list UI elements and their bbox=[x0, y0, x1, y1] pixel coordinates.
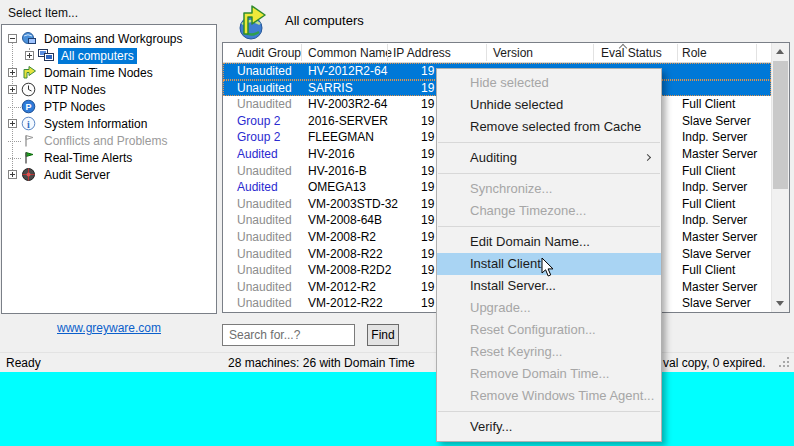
ptp-icon: P bbox=[21, 99, 37, 114]
tree-item-ntp-nodes[interactable]: NTP Nodes bbox=[2, 81, 216, 98]
column-divider[interactable] bbox=[593, 44, 594, 61]
find-button[interactable]: Find bbox=[367, 324, 399, 346]
scroll-down-button[interactable] bbox=[772, 295, 789, 312]
tree-connector bbox=[8, 107, 21, 108]
cell-ip-address: 19 bbox=[421, 179, 434, 196]
status-bar: Ready 28 machines: 26 with Domain Time v… bbox=[0, 352, 794, 372]
menu-item-remove-domain-time: Remove Domain Time... bbox=[437, 363, 661, 385]
cell-common-name: VM-2008-R22 bbox=[308, 246, 383, 263]
cell-audit-group: Unaudited bbox=[237, 262, 292, 279]
column-divider[interactable] bbox=[486, 44, 487, 61]
tree-item-domain-time-nodes[interactable]: Domain Time Nodes bbox=[2, 64, 216, 81]
desktop-background bbox=[0, 372, 794, 446]
cell-role: Indp. Server bbox=[682, 129, 747, 146]
status-machines: 28 machines: 26 with Domain Time bbox=[228, 356, 415, 370]
cell-audit-group: Unaudited bbox=[237, 212, 292, 229]
cell-role: Full Client bbox=[682, 262, 735, 279]
cell-common-name: VM-2012-R22 bbox=[308, 295, 383, 312]
scroll-up-button[interactable] bbox=[772, 43, 789, 60]
cell-audit-group: Group 2 bbox=[237, 129, 280, 146]
tree-item-label: PTP Nodes bbox=[41, 99, 108, 115]
vertical-scrollbar[interactable] bbox=[771, 43, 789, 312]
menu-separator bbox=[438, 411, 660, 412]
cell-role: Full Client bbox=[682, 96, 735, 113]
menu-item-remove-windows-time-agent: Remove Windows Time Agent... bbox=[437, 385, 661, 407]
tree-item-system-information[interactable]: iSystem Information bbox=[2, 115, 216, 132]
cell-ip-address: 19 bbox=[421, 196, 434, 213]
expand-icon[interactable] bbox=[25, 51, 34, 60]
table-header: Audit GroupCommon NameIP AddressVersionE… bbox=[223, 43, 789, 63]
search-input[interactable] bbox=[222, 324, 355, 346]
tree-item-real-time-alerts[interactable]: Real-Time Alerts bbox=[2, 149, 216, 166]
cell-audit-group: Unaudited bbox=[237, 63, 292, 80]
tree-item-conflicts-and-problems[interactable]: Conflicts and Problems bbox=[2, 132, 216, 149]
column-divider[interactable] bbox=[756, 44, 757, 61]
cell-role: Full Client bbox=[682, 163, 735, 180]
svg-text:i: i bbox=[27, 119, 30, 130]
menu-item-upgrade: Upgrade... bbox=[437, 297, 661, 319]
column-header-role[interactable]: Role bbox=[682, 46, 707, 60]
cell-ip-address: 19 bbox=[421, 63, 434, 80]
cell-common-name: VM-2008-64B bbox=[308, 212, 382, 229]
cell-role: Indp. Server bbox=[682, 212, 747, 229]
cell-audit-group: Unaudited bbox=[237, 96, 292, 113]
column-header-common-name[interactable]: Common Name bbox=[308, 46, 392, 60]
status-ready: Ready bbox=[6, 356, 41, 370]
cell-ip-address: 19 bbox=[421, 113, 434, 130]
tree-connector bbox=[8, 141, 21, 142]
scrollbar-thumb[interactable] bbox=[773, 61, 788, 189]
cell-ip-address: 19 bbox=[421, 163, 434, 180]
info-icon: i bbox=[21, 116, 37, 131]
cell-common-name: HV-2016 bbox=[308, 146, 355, 163]
green-flag-icon bbox=[21, 150, 37, 165]
column-divider[interactable] bbox=[387, 44, 388, 61]
select-item-label: Select Item... bbox=[8, 6, 78, 20]
resize-grip-icon[interactable] bbox=[787, 365, 789, 367]
column-divider[interactable] bbox=[677, 44, 678, 61]
cell-role: Full Client bbox=[682, 196, 735, 213]
tree-item-label: NTP Nodes bbox=[41, 82, 109, 98]
menu-item-unhide-selected[interactable]: Unhide selected bbox=[437, 94, 661, 116]
tree-item-label: All computers bbox=[58, 48, 137, 64]
expand-icon[interactable] bbox=[8, 119, 17, 128]
domain-time-arrow-icon bbox=[21, 65, 37, 80]
expand-icon[interactable] bbox=[8, 170, 17, 179]
column-header-ip-address[interactable]: IP Address bbox=[393, 46, 451, 60]
cell-ip-address: 19 bbox=[421, 295, 434, 312]
tree-item-ptp-nodes[interactable]: PPTP Nodes bbox=[2, 98, 216, 115]
cell-common-name: HV-2012R2-64 bbox=[308, 63, 387, 80]
tree-item-all-computers[interactable]: All computers bbox=[2, 47, 216, 64]
tree-item-label: System Information bbox=[41, 116, 150, 132]
column-header-audit-group[interactable]: Audit Group bbox=[237, 46, 301, 60]
tree-item-domains-and-workgroups[interactable]: Domains and Workgroups bbox=[2, 30, 216, 47]
cell-ip-address: 19 bbox=[421, 80, 434, 97]
cell-role: Slave Server bbox=[682, 113, 751, 130]
cell-common-name: HV-2016-B bbox=[308, 163, 367, 180]
cell-audit-group: Unaudited bbox=[237, 295, 292, 312]
column-divider[interactable] bbox=[301, 44, 302, 61]
cell-ip-address: 19 bbox=[421, 212, 434, 229]
menu-item-remove-selected-from-cache[interactable]: Remove selected from Cache bbox=[437, 116, 661, 138]
greyware-link[interactable]: www.greyware.com bbox=[0, 321, 218, 335]
column-header-version[interactable]: Version bbox=[493, 46, 533, 60]
menu-item-hide-selected: Hide selected bbox=[437, 72, 661, 94]
menu-separator bbox=[438, 173, 660, 174]
menu-item-install-server[interactable]: Install Server... bbox=[437, 275, 661, 297]
cell-common-name: VM-2008-R2D2 bbox=[308, 262, 391, 279]
column-header-eval-status[interactable]: Eval Status bbox=[601, 46, 662, 60]
submenu-arrow-icon bbox=[644, 154, 651, 161]
menu-item-auditing[interactable]: Auditing bbox=[437, 147, 661, 169]
expand-icon[interactable] bbox=[8, 85, 17, 94]
tree-item-label: Domain Time Nodes bbox=[41, 65, 156, 81]
tree-item-audit-server[interactable]: Audit Server bbox=[2, 166, 216, 183]
domain-time-globe-icon bbox=[238, 1, 268, 40]
menu-item-verify[interactable]: Verify... bbox=[437, 416, 661, 438]
cell-ip-address: 19 bbox=[421, 146, 434, 163]
cell-audit-group: Unaudited bbox=[237, 80, 292, 97]
expand-icon[interactable] bbox=[8, 68, 17, 77]
computers-icon bbox=[38, 48, 54, 63]
collapse-icon[interactable] bbox=[8, 34, 17, 43]
navigation-tree: Domains and WorkgroupsAll computersDomai… bbox=[1, 24, 217, 314]
menu-item-edit-domain-name[interactable]: Edit Domain Name... bbox=[437, 231, 661, 253]
tree-item-label: Conflicts and Problems bbox=[41, 133, 170, 149]
